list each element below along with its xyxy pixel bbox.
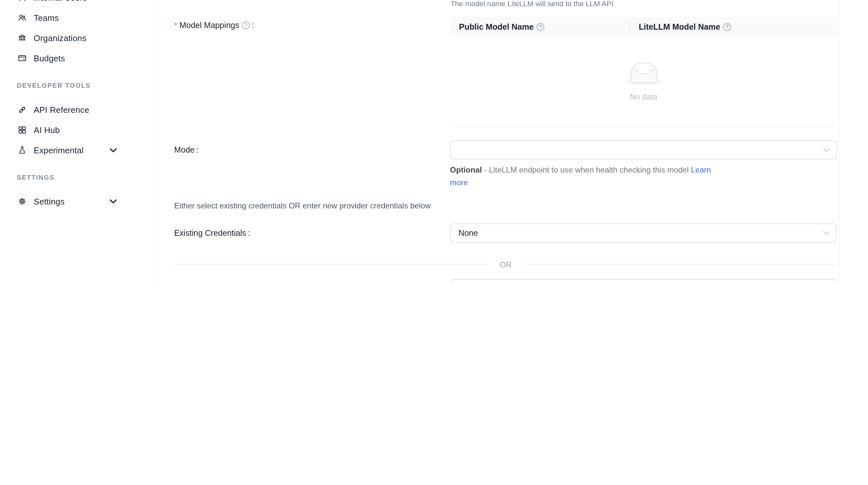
api-plug-icon [17,104,27,115]
panel-right-border [839,0,840,282]
sidebar-section-developer-tools: DEVELOPER TOOLS [17,80,91,90]
bank-icon [17,33,27,43]
help-icon[interactable]: ? [723,23,731,31]
model-name-hint: The model name LiteLLM will send to the … [451,0,614,8]
model-mappings-label: * Model Mappings ? : [174,21,254,30]
sidebar-item-label: Experimental [34,145,84,155]
sidebar: Internal Users Teams Organizations Budge… [0,0,157,282]
existing-credentials-label: Existing Credentials : [174,229,250,238]
sidebar-item-organizations[interactable]: Organizations [0,27,157,47]
sidebar-item-label: Budgets [34,53,65,63]
or-divider: OR [174,259,837,269]
sidebar-section-settings: SETTINGS [17,172,55,183]
flask-icon [17,145,27,155]
sidebar-item-label: API Reference [34,105,89,114]
help-icon[interactable]: ? [242,21,250,29]
gear-icon [17,196,27,206]
sidebar-item-api-reference[interactable]: API Reference [0,99,157,120]
teams-icon [17,12,27,23]
sidebar-item-budgets[interactable]: Budgets [0,47,157,68]
column-public-model-name: Public Model Name ? [450,23,630,32]
empty-inbox-icon [625,62,661,87]
learn-more-link[interactable]: Learn [691,165,711,174]
required-asterisk: * [174,21,177,30]
sidebar-item-label: Internal Users [34,0,87,2]
sidebar-item-settings[interactable]: Settings [0,191,157,211]
mode-select[interactable] [450,140,837,160]
chevron-down-icon [110,199,117,203]
mode-help-text: Optional - LiteLLM endpoint to use when … [450,163,723,189]
existing-credentials-select[interactable]: None [450,223,837,243]
credentials-note: Either select existing credentials OR en… [174,201,431,210]
chevron-down-icon [110,148,117,152]
user-icon [17,0,27,2]
sidebar-item-label: AI Hub [34,125,60,134]
sidebar-item-label: Teams [34,13,59,22]
add-model-form: The model name LiteLLM will send to the … [157,0,868,282]
table-header: Public Model Name ? LiteLLM Model Name ? [450,17,837,37]
chevron-down-icon [823,148,830,152]
sidebar-item-label: Settings [34,196,65,206]
credit-card-icon [17,53,27,63]
column-litellm-model-name: LiteLLM Model Name ? [630,23,731,32]
sidebar-item-label: Organizations [34,33,87,42]
no-data-text: No data [630,92,657,101]
model-mappings-table: Public Model Name ? LiteLLM Model Name ?… [450,17,837,127]
chevron-down-icon [823,231,830,235]
api-base-field [450,279,837,282]
mode-label: Mode : [174,146,199,155]
sidebar-item-ai-hub[interactable]: AI Hub [0,120,157,140]
learn-more-link[interactable]: more [450,178,468,187]
column-divider [630,21,630,33]
help-icon[interactable]: ? [536,23,544,31]
sidebar-item-teams[interactable]: Teams [0,7,157,27]
sidebar-item-experimental[interactable]: Experimental [0,140,157,160]
sidebar-item-internal-users[interactable]: Internal Users [0,0,157,7]
table-empty-state: No data [450,37,837,127]
grid-icon [17,125,27,135]
app-window: Internal Users Teams Organizations Budge… [0,0,868,282]
selected-value: None [459,229,478,238]
